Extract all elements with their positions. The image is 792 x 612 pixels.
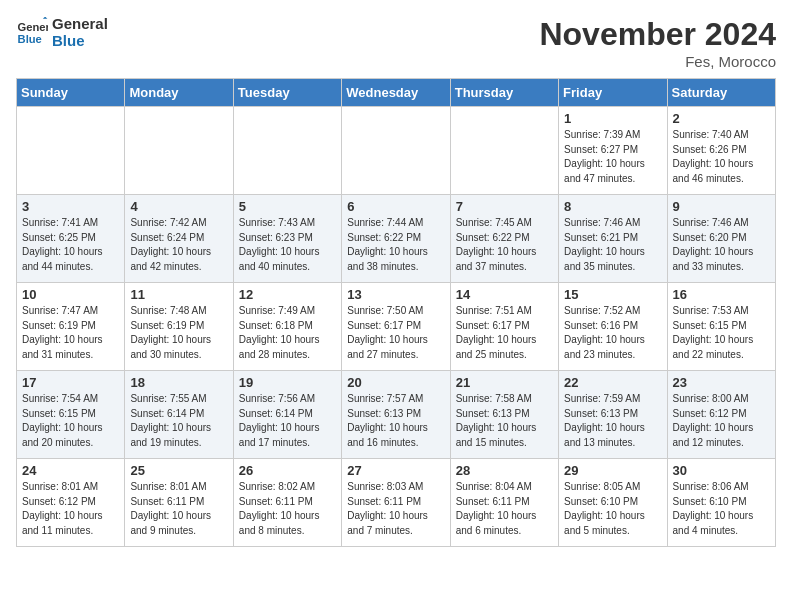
day-info: Sunrise: 7:48 AM Sunset: 6:19 PM Dayligh… [130,304,227,362]
day-header-thursday: Thursday [450,79,558,107]
day-number: 16 [673,287,770,302]
calendar-cell: 19Sunrise: 7:56 AM Sunset: 6:14 PM Dayli… [233,371,341,459]
calendar-cell [342,107,450,195]
day-number: 9 [673,199,770,214]
calendar-cell: 13Sunrise: 7:50 AM Sunset: 6:17 PM Dayli… [342,283,450,371]
logo-icon: General Blue [16,17,48,49]
day-info: Sunrise: 7:57 AM Sunset: 6:13 PM Dayligh… [347,392,444,450]
calendar-cell: 2Sunrise: 7:40 AM Sunset: 6:26 PM Daylig… [667,107,775,195]
day-info: Sunrise: 7:41 AM Sunset: 6:25 PM Dayligh… [22,216,119,274]
calendar-cell: 6Sunrise: 7:44 AM Sunset: 6:22 PM Daylig… [342,195,450,283]
calendar-week-1: 1Sunrise: 7:39 AM Sunset: 6:27 PM Daylig… [17,107,776,195]
calendar-cell: 9Sunrise: 7:46 AM Sunset: 6:20 PM Daylig… [667,195,775,283]
svg-text:General: General [18,21,48,33]
calendar-cell: 8Sunrise: 7:46 AM Sunset: 6:21 PM Daylig… [559,195,667,283]
day-number: 5 [239,199,336,214]
day-number: 12 [239,287,336,302]
day-number: 18 [130,375,227,390]
calendar-cell: 22Sunrise: 7:59 AM Sunset: 6:13 PM Dayli… [559,371,667,459]
day-info: Sunrise: 8:00 AM Sunset: 6:12 PM Dayligh… [673,392,770,450]
svg-marker-2 [43,17,47,19]
calendar-week-3: 10Sunrise: 7:47 AM Sunset: 6:19 PM Dayli… [17,283,776,371]
calendar-cell: 24Sunrise: 8:01 AM Sunset: 6:12 PM Dayli… [17,459,125,547]
month-title: November 2024 [539,16,776,53]
calendar-cell: 25Sunrise: 8:01 AM Sunset: 6:11 PM Dayli… [125,459,233,547]
calendar-cell: 1Sunrise: 7:39 AM Sunset: 6:27 PM Daylig… [559,107,667,195]
calendar-header: SundayMondayTuesdayWednesdayThursdayFrid… [17,79,776,107]
day-number: 23 [673,375,770,390]
calendar-cell: 20Sunrise: 7:57 AM Sunset: 6:13 PM Dayli… [342,371,450,459]
day-number: 4 [130,199,227,214]
day-number: 21 [456,375,553,390]
calendar-cell: 21Sunrise: 7:58 AM Sunset: 6:13 PM Dayli… [450,371,558,459]
day-number: 30 [673,463,770,478]
day-info: Sunrise: 7:55 AM Sunset: 6:14 PM Dayligh… [130,392,227,450]
day-number: 22 [564,375,661,390]
day-number: 29 [564,463,661,478]
calendar-cell: 10Sunrise: 7:47 AM Sunset: 6:19 PM Dayli… [17,283,125,371]
day-info: Sunrise: 7:45 AM Sunset: 6:22 PM Dayligh… [456,216,553,274]
calendar-cell: 4Sunrise: 7:42 AM Sunset: 6:24 PM Daylig… [125,195,233,283]
calendar-week-5: 24Sunrise: 8:01 AM Sunset: 6:12 PM Dayli… [17,459,776,547]
day-number: 15 [564,287,661,302]
calendar-cell: 30Sunrise: 8:06 AM Sunset: 6:10 PM Dayli… [667,459,775,547]
calendar-cell [450,107,558,195]
day-number: 26 [239,463,336,478]
day-number: 13 [347,287,444,302]
day-number: 3 [22,199,119,214]
day-info: Sunrise: 7:52 AM Sunset: 6:16 PM Dayligh… [564,304,661,362]
calendar-cell: 12Sunrise: 7:49 AM Sunset: 6:18 PM Dayli… [233,283,341,371]
calendar-cell: 3Sunrise: 7:41 AM Sunset: 6:25 PM Daylig… [17,195,125,283]
day-info: Sunrise: 8:01 AM Sunset: 6:11 PM Dayligh… [130,480,227,538]
calendar-cell: 29Sunrise: 8:05 AM Sunset: 6:10 PM Dayli… [559,459,667,547]
day-info: Sunrise: 7:39 AM Sunset: 6:27 PM Dayligh… [564,128,661,186]
calendar-cell: 27Sunrise: 8:03 AM Sunset: 6:11 PM Dayli… [342,459,450,547]
calendar-cell: 16Sunrise: 7:53 AM Sunset: 6:15 PM Dayli… [667,283,775,371]
calendar-week-4: 17Sunrise: 7:54 AM Sunset: 6:15 PM Dayli… [17,371,776,459]
day-info: Sunrise: 7:44 AM Sunset: 6:22 PM Dayligh… [347,216,444,274]
day-info: Sunrise: 7:42 AM Sunset: 6:24 PM Dayligh… [130,216,227,274]
day-info: Sunrise: 7:53 AM Sunset: 6:15 PM Dayligh… [673,304,770,362]
logo-blue: Blue [52,33,108,50]
calendar-cell [17,107,125,195]
day-number: 2 [673,111,770,126]
day-info: Sunrise: 7:50 AM Sunset: 6:17 PM Dayligh… [347,304,444,362]
day-info: Sunrise: 7:46 AM Sunset: 6:20 PM Dayligh… [673,216,770,274]
day-header-friday: Friday [559,79,667,107]
day-info: Sunrise: 8:02 AM Sunset: 6:11 PM Dayligh… [239,480,336,538]
day-header-tuesday: Tuesday [233,79,341,107]
day-info: Sunrise: 8:05 AM Sunset: 6:10 PM Dayligh… [564,480,661,538]
calendar-table: SundayMondayTuesdayWednesdayThursdayFrid… [16,78,776,547]
day-info: Sunrise: 8:01 AM Sunset: 6:12 PM Dayligh… [22,480,119,538]
page-header: General Blue General Blue November 2024 … [16,16,776,70]
day-number: 24 [22,463,119,478]
calendar-cell: 23Sunrise: 8:00 AM Sunset: 6:12 PM Dayli… [667,371,775,459]
day-number: 14 [456,287,553,302]
day-info: Sunrise: 8:04 AM Sunset: 6:11 PM Dayligh… [456,480,553,538]
day-number: 20 [347,375,444,390]
calendar-cell: 11Sunrise: 7:48 AM Sunset: 6:19 PM Dayli… [125,283,233,371]
day-info: Sunrise: 7:51 AM Sunset: 6:17 PM Dayligh… [456,304,553,362]
day-info: Sunrise: 7:56 AM Sunset: 6:14 PM Dayligh… [239,392,336,450]
calendar-cell: 14Sunrise: 7:51 AM Sunset: 6:17 PM Dayli… [450,283,558,371]
day-info: Sunrise: 7:58 AM Sunset: 6:13 PM Dayligh… [456,392,553,450]
calendar-cell: 15Sunrise: 7:52 AM Sunset: 6:16 PM Dayli… [559,283,667,371]
day-header-monday: Monday [125,79,233,107]
day-header-sunday: Sunday [17,79,125,107]
day-number: 19 [239,375,336,390]
calendar-cell: 17Sunrise: 7:54 AM Sunset: 6:15 PM Dayli… [17,371,125,459]
calendar-cell [125,107,233,195]
day-number: 7 [456,199,553,214]
day-info: Sunrise: 7:46 AM Sunset: 6:21 PM Dayligh… [564,216,661,274]
calendar-cell: 18Sunrise: 7:55 AM Sunset: 6:14 PM Dayli… [125,371,233,459]
calendar-week-2: 3Sunrise: 7:41 AM Sunset: 6:25 PM Daylig… [17,195,776,283]
day-number: 6 [347,199,444,214]
calendar-cell: 7Sunrise: 7:45 AM Sunset: 6:22 PM Daylig… [450,195,558,283]
day-number: 10 [22,287,119,302]
day-number: 8 [564,199,661,214]
day-info: Sunrise: 7:49 AM Sunset: 6:18 PM Dayligh… [239,304,336,362]
calendar-cell: 28Sunrise: 8:04 AM Sunset: 6:11 PM Dayli… [450,459,558,547]
svg-text:Blue: Blue [18,32,42,44]
calendar-cell: 26Sunrise: 8:02 AM Sunset: 6:11 PM Dayli… [233,459,341,547]
day-number: 25 [130,463,227,478]
